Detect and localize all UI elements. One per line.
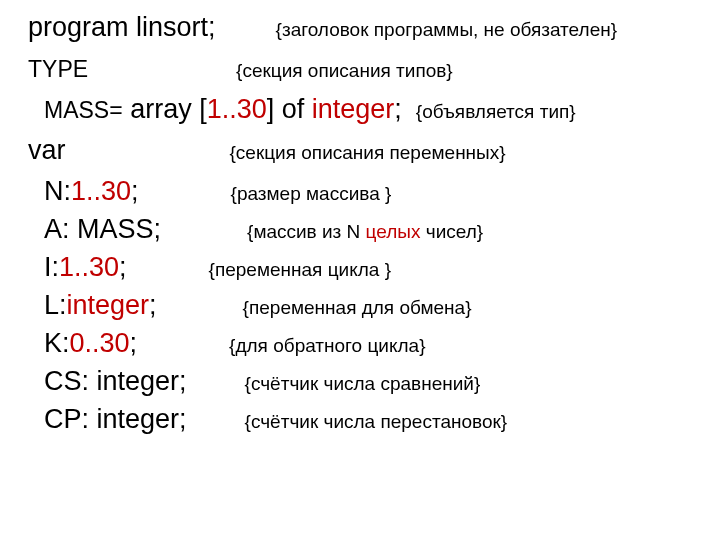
code-comment: {для обратного цикла} [229, 335, 425, 356]
code-line-6: A: MASS;{массив из N целых чисел} [28, 216, 720, 243]
code-text: ; [394, 94, 402, 124]
code-listing: program linsort;{заголовок программы, не… [0, 0, 720, 433]
code-text: array [ [123, 94, 207, 124]
code-comment: {объявляется тип} [416, 101, 576, 122]
code-text: K: [44, 328, 70, 358]
code-highlight: 1..30 [59, 252, 119, 282]
code-line-9: K:0..30;{для обратного цикла} [28, 330, 720, 357]
code-text: CP: integer; [44, 404, 187, 434]
code-comment: {секция описания переменных} [230, 142, 506, 163]
code-text: MASS= [44, 97, 123, 123]
code-comment: {счётчик числа перестановок} [245, 411, 508, 432]
code-comment: {переменная цикла } [209, 259, 391, 280]
code-line-2: TYPE{секция описания типов} [28, 55, 720, 82]
code-comment: {секция описания типов} [236, 60, 453, 81]
code-line-8: L:integer;{переменная для обмена} [28, 292, 720, 319]
code-highlight: integer [312, 94, 395, 124]
code-highlight: 0..30 [70, 328, 130, 358]
code-highlight: целых [366, 221, 421, 242]
code-line-4: var{секция описания переменных} [28, 137, 720, 164]
code-text: TYPE [28, 56, 88, 82]
code-text: ; [130, 328, 138, 358]
code-text: ; [131, 176, 139, 206]
code-comment: {счётчик числа сравнений} [245, 373, 481, 394]
code-line-3: MASS= array [1..30] of integer;{объявляе… [28, 96, 720, 123]
code-line-10: CS: integer;{счётчик числа сравнений} [28, 368, 720, 395]
code-comment: {переменная для обмена} [243, 297, 472, 318]
code-line-1: program linsort;{заголовок программы, не… [28, 14, 720, 41]
code-text: L: [44, 290, 67, 320]
code-line-11: CP: integer;{счётчик числа перестановок} [28, 406, 720, 433]
code-highlight: 1..30 [207, 94, 267, 124]
code-text: program linsort; [28, 12, 216, 42]
code-line-5: N:1..30;{размер массива } [28, 178, 720, 205]
code-text: ] of [267, 94, 312, 124]
code-text: ; [149, 290, 157, 320]
code-text: ; [119, 252, 127, 282]
code-text: CS: integer; [44, 366, 187, 396]
code-comment: чисел} [420, 221, 483, 242]
code-text: I: [44, 252, 59, 282]
code-comment: {размер массива } [231, 183, 392, 204]
code-text: A: MASS; [44, 214, 161, 244]
code-highlight: integer [67, 290, 150, 320]
code-text: N: [44, 176, 71, 206]
code-text: var [28, 135, 66, 165]
code-highlight: 1..30 [71, 176, 131, 206]
code-comment: {заголовок программы, не обязателен} [276, 19, 617, 40]
code-line-7: I:1..30;{переменная цикла } [28, 254, 720, 281]
code-comment: {массив из N [247, 221, 366, 242]
